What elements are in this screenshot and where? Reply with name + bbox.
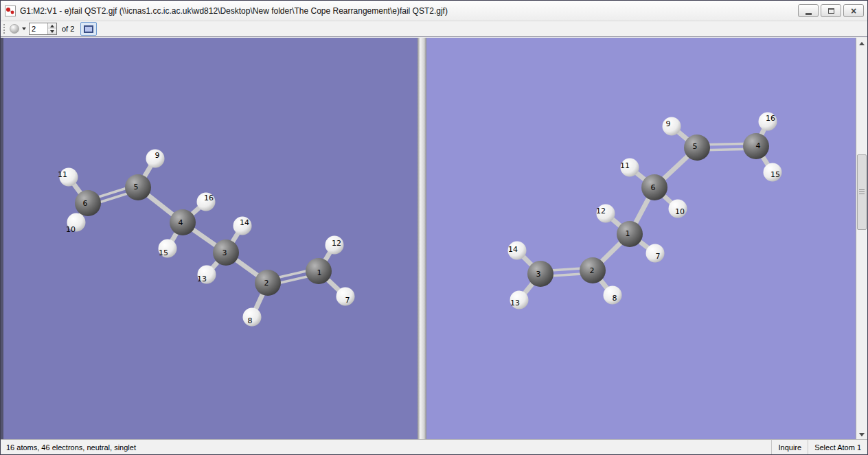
minimize-icon: [806, 13, 812, 15]
right-viewport[interactable]: 45612316159111012781413: [426, 38, 856, 441]
minimize-button[interactable]: [798, 4, 819, 17]
window-title: G1:M2:V1 - e)fail QST2.gjf (\\icnas1.cc.…: [20, 6, 448, 16]
chevron-down-icon[interactable]: [22, 27, 26, 30]
atom-label-14: 14: [508, 245, 518, 254]
atom-label-6: 6: [83, 199, 88, 208]
atom-label-6: 6: [651, 183, 656, 192]
atom-label-10: 10: [675, 207, 685, 216]
atom-label-3: 3: [536, 270, 541, 279]
close-button[interactable]: ×: [843, 4, 864, 17]
atom-label-9: 9: [666, 119, 671, 128]
atom-label-3: 3: [222, 248, 227, 257]
atom-label-11: 11: [58, 170, 67, 179]
atom-label-2: 2: [590, 266, 595, 275]
right-molecule-view[interactable]: 45612316159111012781413: [426, 38, 856, 441]
atom-label-7: 7: [656, 252, 661, 261]
atom-label-12: 12: [596, 207, 606, 215]
atom-label-13: 13: [197, 275, 207, 283]
frame-number-input[interactable]: 2: [30, 23, 47, 34]
scroll-up-arrow[interactable]: [856, 38, 867, 49]
atom-label-9: 9: [155, 151, 160, 160]
atom-label-5: 5: [134, 183, 139, 191]
vertical-scrollbar[interactable]: [856, 38, 867, 441]
maximize-icon: [828, 8, 834, 14]
atom-label-15: 15: [770, 170, 780, 179]
atom-label-8: 8: [248, 316, 253, 325]
toolbar-grip[interactable]: [3, 24, 5, 34]
multiview-toggle-button[interactable]: [80, 22, 97, 36]
atom-label-11: 11: [620, 161, 630, 170]
frame-up-arrow[interactable]: [48, 23, 56, 29]
atom-label-7: 7: [345, 296, 350, 305]
app-icon: [5, 5, 16, 16]
molecule-info: 16 atoms, 46 electrons, neutral, singlet: [1, 443, 136, 452]
frame-spinner-arrows: [47, 23, 56, 34]
frames-icon: [84, 25, 93, 33]
frame-toolbar: 2 of 2: [1, 21, 867, 37]
frame-indicator-icon[interactable]: [10, 24, 19, 34]
left-viewport[interactable]: 65432111109161514138127: [3, 38, 418, 441]
frame-down-arrow[interactable]: [48, 29, 56, 34]
atom-label-13: 13: [510, 299, 520, 307]
left-molecule-view[interactable]: 65432111109161514138127: [3, 38, 418, 441]
atom-label-4: 4: [756, 141, 761, 150]
panel-divider[interactable]: [418, 38, 426, 441]
close-icon: ×: [851, 6, 856, 16]
atom-label-1: 1: [626, 229, 630, 238]
atom-C6[interactable]: [75, 190, 101, 216]
gaussview-window: G1:M2:V1 - e)fail QST2.gjf (\\icnas1.cc.…: [0, 0, 868, 455]
inquire-status: Inquire: [771, 440, 808, 454]
titlebar[interactable]: G1:M2:V1 - e)fail QST2.gjf (\\icnas1.cc.…: [1, 1, 867, 21]
atom-label-15: 15: [159, 248, 168, 257]
atom-label-16: 16: [766, 114, 775, 123]
atom-label-4: 4: [179, 218, 183, 227]
atom-label-12: 12: [332, 239, 341, 248]
maximize-button[interactable]: [821, 4, 841, 17]
atom-label-8: 8: [613, 294, 617, 303]
atom-label-14: 14: [240, 218, 249, 227]
select-status: Select Atom 1: [808, 440, 867, 454]
statusbar: 16 atoms, 46 electrons, neutral, singlet…: [1, 439, 867, 454]
workspace: 65432111109161514138127 4561231615911101…: [1, 38, 868, 441]
frame-total-label: of 2: [62, 25, 74, 33]
thumb-grip-icon: [859, 189, 865, 195]
scroll-thumb[interactable]: [857, 154, 867, 230]
window-controls: ×: [798, 4, 864, 17]
frame-spinner[interactable]: 2: [29, 23, 57, 35]
atom-label-5: 5: [693, 142, 698, 151]
atom-label-1: 1: [317, 268, 322, 277]
atom-label-10: 10: [66, 225, 76, 234]
atom-label-16: 16: [204, 194, 214, 202]
atom-label-2: 2: [264, 279, 269, 288]
